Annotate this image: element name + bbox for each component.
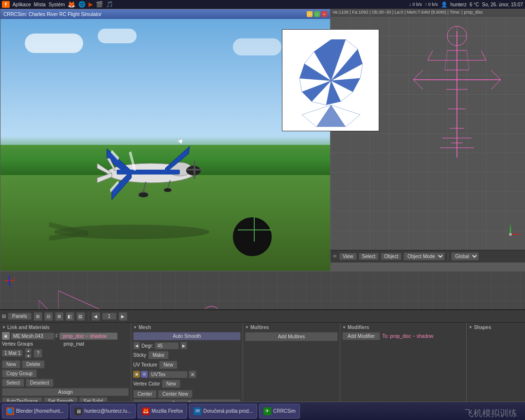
cloud-3 bbox=[233, 38, 281, 55]
center-cursor-row: Center Cursor bbox=[133, 399, 241, 402]
svg-point-16 bbox=[139, 192, 148, 197]
degr-arrow-right[interactable]: ▶ bbox=[180, 342, 187, 350]
make-btn[interactable]: Make bbox=[148, 351, 169, 359]
browser-icon-2[interactable]: 🌐 bbox=[78, 1, 86, 8]
uv-content[interactable] bbox=[282, 30, 379, 131]
panels-btn[interactable]: Panels bbox=[8, 313, 32, 320]
uv-texture-label: UV Texture bbox=[133, 362, 157, 368]
panel-icon-btn-2[interactable]: ⊟ bbox=[44, 312, 53, 321]
maximize-button[interactable]: □ bbox=[314, 11, 320, 17]
autotex-btn[interactable]: AutoTexSpace bbox=[2, 397, 42, 402]
auto-smooth-btn[interactable]: Auto Smooth bbox=[133, 332, 241, 340]
airplane-model bbox=[73, 115, 228, 222]
app-icon-1[interactable]: ▶ bbox=[88, 1, 93, 8]
shapes-title: Shapes bbox=[469, 325, 523, 330]
vtr-header-text: Ve:1106 | Fa:1092 | Ob:30−30 | La:0 | Me… bbox=[332, 10, 483, 15]
vertex-color-label: Vertex Color bbox=[133, 381, 160, 386]
q-btn[interactable]: ? bbox=[34, 349, 42, 358]
svg-text:Y: Y bbox=[509, 225, 512, 228]
taskbar: 🔵 Blender [/home/hunt... 🖥 hunterz@hunte… bbox=[0, 402, 525, 420]
f-label: F bbox=[55, 333, 58, 339]
places-label[interactable]: Místa bbox=[34, 2, 45, 7]
user-avatar: 👤 bbox=[441, 1, 448, 8]
taskbar-item-blender[interactable]: 🔵 Blender [/home/hunt... bbox=[2, 404, 68, 419]
svg-point-49 bbox=[509, 233, 512, 236]
panel-icon-btn-3[interactable]: ⊠ bbox=[55, 312, 64, 321]
svg-marker-9 bbox=[97, 173, 112, 183]
browser-icon-1[interactable]: 🦊 bbox=[68, 1, 75, 8]
vtr-select-btn[interactable]: Select bbox=[359, 253, 379, 260]
center-new-btn[interactable]: Center New bbox=[158, 390, 192, 398]
modifiers-section: Modifiers Add Modifier To: prop_disc − s… bbox=[340, 323, 467, 402]
page-number-input[interactable]: 1 bbox=[102, 313, 117, 320]
app-icon-3[interactable]: 🎵 bbox=[106, 1, 113, 8]
mail-icon: ✉ bbox=[193, 407, 201, 415]
apps-label[interactable]: Aplikace bbox=[13, 2, 31, 7]
propeller-circle bbox=[233, 217, 272, 256]
deselect-btn[interactable]: Deselect bbox=[26, 379, 53, 387]
select-btn[interactable]: Select bbox=[2, 379, 24, 387]
center-btn[interactable]: Center bbox=[133, 390, 157, 398]
mesh-name-input[interactable] bbox=[11, 332, 54, 340]
panel-icon-btn-5[interactable]: ▤ bbox=[76, 312, 85, 321]
flight-sim-title: CRRCSim: Charles River RC Flight Simulat… bbox=[3, 12, 102, 17]
uvtex-name-row: ▣ ⊞ ✕ bbox=[133, 370, 241, 378]
svg-text:X: X bbox=[13, 277, 15, 280]
select-deselect-row: Select Deselect bbox=[2, 379, 129, 387]
system-label[interactable]: Systém bbox=[49, 2, 65, 7]
set-smooth-btn[interactable]: Set Smooth bbox=[44, 397, 78, 402]
prev-page-btn[interactable]: ◀ bbox=[91, 312, 100, 321]
svg-line-28 bbox=[481, 51, 486, 60]
panel-icon-btn-4[interactable]: ◧ bbox=[66, 312, 74, 321]
uvtex-close-btn[interactable]: ✕ bbox=[189, 370, 196, 378]
firefox-label: Mozilla Firefox bbox=[152, 408, 183, 414]
vertex-color-new-btn[interactable]: New bbox=[162, 380, 180, 388]
vertex-color-row: Vertex Color New bbox=[133, 380, 241, 388]
new-btn-1[interactable]: New bbox=[2, 360, 20, 368]
next-page-btn[interactable]: ▶ bbox=[119, 312, 127, 321]
taskbar-item-crrc[interactable]: ✈ CRRCSim bbox=[259, 404, 300, 419]
set-solid-btn[interactable]: Set Solid bbox=[79, 397, 107, 402]
copy-group-btn[interactable]: Copy Group bbox=[2, 369, 37, 378]
assign-btn[interactable]: Assign bbox=[2, 388, 129, 396]
mat-name-input[interactable] bbox=[59, 332, 118, 340]
firefox-icon: 🦊 bbox=[142, 407, 150, 415]
mat-arrow-up[interactable]: ▲ bbox=[25, 348, 32, 353]
vtr-global-select[interactable]: Global bbox=[451, 252, 479, 261]
cloud-1 bbox=[25, 34, 83, 53]
apps-menu[interactable]: f bbox=[2, 1, 10, 8]
modifier-target: To: prop_disc − shadow bbox=[382, 333, 433, 339]
svg-line-31 bbox=[491, 70, 501, 80]
mesh-section: Mesh Auto Smooth ◀ Degr: ▶ Sticky Make U… bbox=[131, 323, 243, 402]
panel-icon-btn-1[interactable]: ⊞ bbox=[34, 312, 42, 321]
mesh-icon: ▣ bbox=[2, 332, 10, 340]
panels-toolbar: ⊟ Panels ⊞ ⊟ ⊠ ◧ ▤ ◀ 1 ▶ bbox=[0, 310, 525, 323]
prop-line-horizontal bbox=[238, 229, 272, 230]
vtr-view-btn[interactable]: View bbox=[339, 253, 357, 260]
delete-btn-1[interactable]: Delete bbox=[22, 360, 45, 368]
taskbar-item-firefox[interactable]: 🦊 Mozilla Firefox bbox=[138, 404, 187, 419]
mesh-title: Mesh bbox=[133, 325, 241, 330]
mat-arrow-down[interactable]: ▼ bbox=[25, 353, 32, 358]
center-cursor-btn[interactable]: Center Cursor bbox=[133, 399, 241, 402]
vtr-mode-select[interactable]: Object Mode bbox=[403, 252, 445, 261]
svg-rect-11 bbox=[117, 170, 180, 175]
minimize-button[interactable]: − bbox=[307, 11, 313, 17]
vtr-object-btn[interactable]: Object bbox=[381, 253, 402, 260]
degr-input[interactable] bbox=[155, 342, 179, 350]
degr-row: ◀ Degr: ▶ bbox=[133, 342, 241, 350]
add-multires-btn[interactable]: Add Multires bbox=[245, 332, 338, 341]
taskbar-item-terminal[interactable]: 🖥 hunterz@hunterz:/u... bbox=[70, 404, 135, 419]
add-modifier-btn[interactable]: Add Modifier bbox=[342, 332, 380, 340]
svg-text:X: X bbox=[518, 232, 520, 237]
uv-texture-new-btn[interactable]: New bbox=[159, 361, 177, 369]
app-icon-2[interactable]: 🎬 bbox=[96, 1, 103, 8]
svg-line-27 bbox=[428, 51, 433, 60]
close-button[interactable]: × bbox=[321, 11, 327, 17]
mat-slot: 1 Mat 1 bbox=[2, 350, 23, 357]
cloud-2 bbox=[98, 29, 137, 43]
uvtex-name-input[interactable] bbox=[149, 371, 188, 378]
shapes-section: Shapes bbox=[467, 323, 525, 402]
degr-arrow-left[interactable]: ◀ bbox=[133, 342, 140, 350]
taskbar-item-mail[interactable]: ✉ Doručená pošta prod... bbox=[189, 404, 257, 419]
